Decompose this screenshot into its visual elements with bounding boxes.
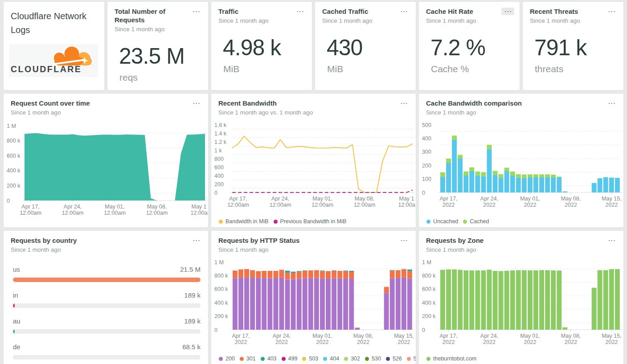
svg-text:1 M: 1 M	[214, 259, 224, 266]
legend-item[interactable]: 526	[386, 356, 402, 362]
legend-item[interactable]: 524	[407, 356, 416, 362]
svg-text:Apr 24,12:00am: Apr 24,12:00am	[270, 196, 291, 208]
svg-text:May 01,2022: May 01,2022	[312, 333, 332, 345]
panel-cached-traffic: Cached Traffic Since 1 month ago ... 430…	[315, 1, 416, 90]
svg-text:Apr 17,2022: Apr 17,2022	[439, 333, 457, 345]
panel-menu-button[interactable]: ...	[398, 237, 410, 244]
legend-item[interactable]: Cached	[463, 218, 489, 225]
panel-title: Requests by country	[11, 237, 77, 245]
svg-text:May 08,2022: May 08,2022	[561, 196, 581, 208]
svg-text:May 01,2022: May 01,2022	[520, 196, 540, 208]
svg-text:200: 200	[422, 163, 431, 169]
legend-dot	[463, 220, 467, 224]
recent-bandwidth-chart[interactable]: 02004006008001 k1.2 k1.4 k1.6 kApr 17,12…	[212, 119, 415, 217]
panel-menu-button[interactable]: ...	[190, 237, 203, 244]
cloudflare-logo: CLOUDFLARE '	[9, 44, 98, 77]
legend-label: 526	[393, 356, 402, 362]
panel-title: Cache Bandwidth comparison	[426, 99, 522, 108]
chart-svg: 0200 k400 k600 k800 k1 MApr 17,2022Apr 2…	[419, 257, 623, 354]
legend-label: Uncached	[433, 218, 458, 225]
legend-item[interactable]: 499	[282, 356, 298, 362]
legend-item[interactable]: Uncached	[426, 218, 458, 225]
legend-dot	[344, 357, 348, 361]
legend-label: 530	[372, 356, 381, 362]
panel-subtitle: Since 1 month ago	[11, 109, 90, 116]
legend-dot	[302, 357, 306, 361]
panel-menu-button[interactable]: ...	[398, 99, 410, 107]
country-bar	[13, 278, 201, 282]
legend-item[interactable]: theburritobot.com	[426, 356, 476, 362]
svg-text:Apr 17,12:00am: Apr 17,12:00am	[20, 204, 41, 216]
country-bar-track	[13, 303, 201, 308]
panel-title: Total Number of Requests	[115, 8, 190, 25]
country-row[interactable]: de 68.5 k	[13, 334, 201, 360]
panel-menu-button[interactable]: ...	[605, 8, 618, 15]
country-row[interactable]: in 189 k	[13, 282, 201, 308]
panel-request-count: Request Count over time Since 1 month ag…	[3, 93, 209, 228]
svg-text:May 08,12:00am: May 08,12:00am	[146, 204, 168, 216]
panel-menu-button[interactable]: ...	[501, 8, 514, 15]
legend-item[interactable]: 403	[261, 356, 277, 362]
legend-dot	[282, 357, 286, 361]
panel-recent-bandwidth: Recent Bandwidth Since 1 month ago vs. 1…	[211, 93, 416, 228]
legend-dot	[407, 357, 411, 361]
country-bar-track	[13, 278, 201, 282]
panel-menu-button[interactable]: ...	[398, 8, 410, 15]
http-status-chart[interactable]: 0200 k400 k600 k800 k1 MApr 17,2022Apr 2…	[212, 257, 415, 354]
svg-text:200 k: 200 k	[422, 313, 436, 319]
stat-unit: Cache %	[431, 64, 520, 74]
legend-dot	[240, 357, 244, 361]
svg-text:200 k: 200 k	[214, 313, 228, 319]
svg-text:May 08,2022: May 08,2022	[561, 333, 581, 345]
country-value: 21.5 M	[180, 266, 201, 273]
country-row[interactable]: us 21.5 M	[13, 254, 201, 282]
svg-text:May 112:00a: May 112:00a	[398, 196, 415, 208]
svg-text:Apr 24,2022: Apr 24,2022	[480, 196, 498, 208]
panel-menu-button[interactable]: ...	[190, 8, 203, 15]
country-bar-track	[13, 355, 201, 360]
panel-dashboard-title: Cloudflare Network Logs CLOUDFLARE '	[3, 1, 105, 90]
svg-text:1.4 k: 1.4 k	[214, 131, 227, 137]
stat-value: 791 k	[534, 35, 623, 61]
svg-text:1 M: 1 M	[7, 123, 16, 129]
svg-text:May 01,12:00am: May 01,12:00am	[104, 204, 126, 216]
request-count-chart[interactable]: 0200 k400 k600 k800 k1 MApr 17,12:00amAp…	[4, 119, 208, 228]
legend-item[interactable]: 302	[344, 356, 360, 362]
panel-requests-by-zone: Requests by Zone Since 1 month ago ... 0…	[418, 230, 624, 364]
svg-text:600 k: 600 k	[422, 286, 436, 292]
panel-recent-threats: Recent Threats Since 1 month ago ... 791…	[522, 1, 624, 90]
country-row[interactable]: au 189 k	[13, 308, 201, 334]
legend-dot	[219, 220, 223, 224]
legend-dot	[323, 357, 327, 361]
svg-text:200 k: 200 k	[7, 183, 20, 189]
stat-unit: MiB	[327, 64, 416, 74]
legend-item[interactable]: Bandwidth in MiB	[219, 218, 269, 225]
legend-item[interactable]: 503	[302, 356, 318, 362]
panel-menu-button[interactable]: ...	[294, 8, 307, 15]
svg-text:400: 400	[214, 173, 224, 179]
legend-item[interactable]: 301	[240, 356, 256, 362]
requests-by-zone-chart[interactable]: 0200 k400 k600 k800 k1 MApr 17,2022Apr 2…	[419, 257, 623, 354]
requests-by-country-chart[interactable]: us 21.5 M in 189 k au 189 k de 68.5 k	[4, 254, 208, 364]
panel-title: Cached Traffic	[322, 8, 373, 16]
legend-label: 403	[267, 356, 277, 362]
svg-text:Apr 24,2022: Apr 24,2022	[480, 333, 498, 345]
panel-title: Recent Threats	[530, 8, 580, 16]
legend-dot	[261, 357, 265, 361]
cache-bandwidth-chart[interactable]: 0100200300400500Apr 17,2022Apr 24,2022Ma…	[419, 119, 623, 217]
panel-subtitle: Since 1 month ago	[115, 26, 190, 33]
svg-text:800 k: 800 k	[7, 138, 20, 144]
panel-menu-button[interactable]: ...	[605, 237, 618, 244]
chart-legend: 200 301 403 499 503 404 302 530 526 524	[219, 356, 412, 362]
cloudflare-logo-image: CLOUDFLARE '	[9, 46, 98, 75]
svg-text:Apr 17,2022: Apr 17,2022	[439, 196, 457, 208]
legend-item[interactable]: 530	[365, 356, 381, 362]
panel-menu-button[interactable]: ...	[605, 99, 618, 107]
stat-value: 430	[327, 35, 416, 61]
panel-http-status: Requests by HTTP Status Since 1 month ag…	[211, 230, 416, 364]
legend-item[interactable]: 200	[219, 356, 235, 362]
legend-item[interactable]: Previous Bandwidth in MiB	[274, 218, 347, 225]
svg-text:0: 0	[422, 327, 425, 333]
panel-menu-button[interactable]: ...	[190, 99, 203, 107]
legend-item[interactable]: 404	[323, 356, 339, 362]
